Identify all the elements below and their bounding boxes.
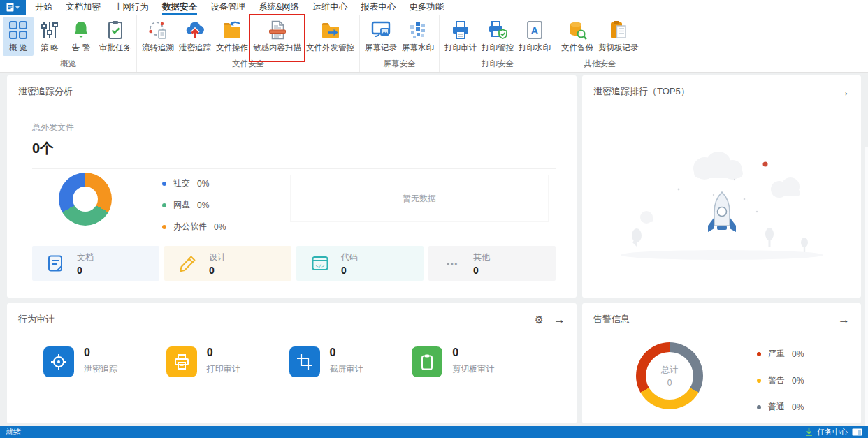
tab-more[interactable]: 更多功能 <box>409 0 444 15</box>
ribbon-group-other-security: 文件备份 剪切板记录 其他安全 <box>556 15 644 72</box>
card-label: 代码 <box>341 251 358 263</box>
ribbon-button-outgoing-control[interactable]: 文件外发管控 <box>304 17 356 56</box>
ribbon-button-label: 流转追溯 <box>142 43 174 53</box>
legend-item: 严重 0% <box>757 348 804 360</box>
task-center-label: 任务中心 <box>817 427 848 437</box>
menubar: 开始 文档加密 上网行为 数据安全 设备管理 系统&网络 运维中心 报表中心 更… <box>0 0 868 15</box>
pencil-icon <box>178 254 198 273</box>
ribbon-button-flow-trace[interactable]: 流转追溯 <box>140 17 176 56</box>
card-code[interactable]: </> 代码 0 <box>296 246 424 281</box>
ribbon-button-print-control[interactable]: 打印管控 <box>479 17 516 56</box>
ellipsis-icon: ⋯ <box>442 254 462 273</box>
legend-value: 0% <box>197 179 209 189</box>
ribbon-button-sensitive-scan[interactable]: 敏感内容扫描 <box>251 17 303 56</box>
ribbon-button-policy[interactable]: 策 略 <box>34 17 65 56</box>
ribbon-button-label: 打印水印 <box>519 43 551 53</box>
pixel-watermark-icon <box>407 19 428 41</box>
total-outgoing-files: 总外发文件 0个 <box>32 122 74 158</box>
arrow-right-icon[interactable]: → <box>838 86 850 98</box>
statusbar: 就绪 任务中心 <box>0 426 868 438</box>
legend-dot <box>162 203 166 207</box>
ribbon: 概 览 策 略 告 警 审批任务 概览 <box>0 15 868 73</box>
ribbon-button-label: 审批任务 <box>99 43 131 53</box>
card-documents[interactable]: 文档 0 <box>32 246 159 281</box>
ribbon-button-screen-watermark[interactable]: 屏幕水印 <box>400 17 436 56</box>
ribbon-button-print-watermark[interactable]: A 打印水印 <box>516 17 553 56</box>
audit-item-clipboard-audit: 0 剪切板审计 <box>412 346 535 377</box>
task-center-button[interactable]: 任务中心 <box>805 427 862 437</box>
donut-chart-channels <box>59 173 112 226</box>
donut-center-label: 总计 <box>661 364 678 376</box>
empty-state-box: 暂无数据 <box>290 175 549 222</box>
ribbon-button-label: 屏幕水印 <box>402 43 434 53</box>
tab-doc-encrypt[interactable]: 文档加密 <box>66 0 101 15</box>
legend-value: 0% <box>214 222 226 232</box>
clipboard-record-icon <box>608 19 629 41</box>
ribbon-group-label: 屏幕安全 <box>363 57 436 71</box>
ribbon-group-file-security: 流转追溯 泄密追踪 文件操作 敏感内容扫描 文件外发管控 <box>137 15 360 72</box>
ribbon-button-alarm[interactable]: 告 警 <box>66 17 96 56</box>
legend-name: 办公软件 <box>173 221 207 233</box>
code-icon: </> <box>310 254 330 273</box>
tab-device-mgmt[interactable]: 设备管理 <box>210 0 245 15</box>
panel-title: 告警信息 <box>593 313 630 326</box>
legend-dot <box>757 405 761 409</box>
ribbon-button-label: 打印审计 <box>444 43 477 53</box>
arrow-right-icon[interactable]: → <box>838 314 850 326</box>
card-design[interactable]: 设计 0 <box>164 246 291 281</box>
audit-item-print-audit: 0 打印审计 <box>166 346 289 377</box>
app-menu-button[interactable] <box>0 0 26 15</box>
legend-value: 0% <box>792 402 804 412</box>
ribbon-button-screen-record[interactable]: 屏幕记录 <box>363 17 399 56</box>
ribbon-button-print-audit[interactable]: 打印审计 <box>442 17 479 56</box>
chart-legend: 社交 0% 网盘 0% 办公软件 0% <box>162 177 226 233</box>
card-value: 0 <box>77 265 94 276</box>
grid-icon <box>8 19 29 41</box>
svg-text:A: A <box>531 24 539 36</box>
total-label: 总外发文件 <box>32 122 74 133</box>
tab-report-center[interactable]: 报表中心 <box>361 0 396 15</box>
ribbon-button-label: 告 警 <box>72 43 90 53</box>
card-label: 设计 <box>209 251 226 263</box>
tab-system-network[interactable]: 系统&网络 <box>259 0 299 15</box>
card-value: 0 <box>473 265 490 276</box>
audit-item-screenshot-audit: 0 截屏审计 <box>289 346 412 377</box>
ribbon-button-leak-trace[interactable]: 泄密追踪 <box>177 17 213 56</box>
arrow-right-icon[interactable]: → <box>554 314 565 326</box>
ribbon-group-overview: 概 览 策 略 告 警 审批任务 概览 <box>0 15 137 72</box>
audit-value: 0 <box>207 346 240 359</box>
watermark-a-icon: A <box>524 19 545 41</box>
ribbon-button-approval-tasks[interactable]: 审批任务 <box>97 17 133 56</box>
ribbon-group-print-security: 打印审计 打印管控 A 打印水印 打印安全 <box>440 15 556 72</box>
dashboard-content: 泄密追踪分析 总外发文件 0个 社交 0% 网盘 0% <box>0 73 868 426</box>
database-search-icon <box>567 19 588 41</box>
audit-items: 0 泄密追踪 0 打印审计 0 截屏审计 <box>43 346 535 377</box>
empty-state-illustration <box>610 149 834 270</box>
status-text: 就绪 <box>6 427 21 437</box>
clipboard-check-icon <box>105 19 126 41</box>
ribbon-button-file-backup[interactable]: 文件备份 <box>559 17 595 56</box>
tab-data-security[interactable]: 数据安全 <box>162 0 197 15</box>
panel-behavior-audit: 行为审计 ⚙ → 0 泄密追踪 0 <box>7 303 577 423</box>
rocket-illustration <box>610 149 834 268</box>
ribbon-button-file-ops[interactable]: 文件操作 <box>214 17 250 56</box>
file-type-cards: 文档 0 设计 0 </> 代码 0 <box>32 246 556 281</box>
scrollbar-track[interactable] <box>865 147 868 438</box>
tab-web-behavior[interactable]: 上网行为 <box>114 0 149 15</box>
ribbon-button-label: 策 略 <box>41 43 59 53</box>
ribbon-group-label: 打印安全 <box>442 57 553 71</box>
legend-value: 0% <box>792 376 804 386</box>
tab-ops-center[interactable]: 运维中心 <box>312 0 347 15</box>
ribbon-button-overview[interactable]: 概 览 <box>3 17 34 56</box>
document-icon <box>46 254 66 273</box>
card-other[interactable]: ⋯ 其他 0 <box>428 246 556 281</box>
legend-item: 警告 0% <box>757 374 804 386</box>
donut-chart-alerts: 总计 0 <box>636 342 703 409</box>
gear-icon[interactable]: ⚙ <box>535 314 544 325</box>
ribbon-button-label: 打印管控 <box>482 43 514 53</box>
legend-item: 网盘 0% <box>162 199 226 211</box>
tab-start[interactable]: 开始 <box>35 0 52 15</box>
total-value: 0个 <box>32 139 74 158</box>
printer-shield-icon <box>487 19 508 41</box>
ribbon-button-clipboard-record[interactable]: 剪切板记录 <box>596 17 641 56</box>
